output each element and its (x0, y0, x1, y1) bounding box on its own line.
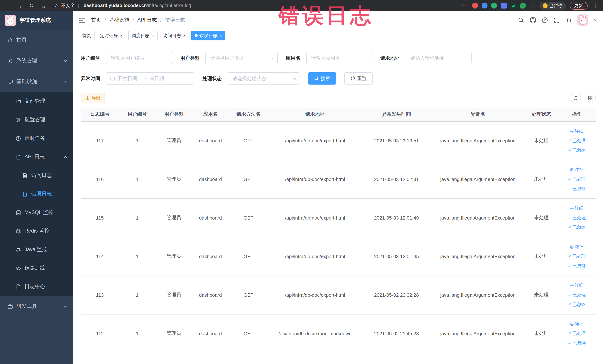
processed-link[interactable]: ✓已处理 (560, 174, 593, 184)
export-button[interactable]: 导出 (81, 93, 105, 103)
sidebar-item-api-log[interactable]: API 日志 (0, 148, 73, 166)
user-avatar[interactable] (577, 14, 588, 26)
user-id-input[interactable] (106, 52, 172, 64)
col-user-id: 用户编号 (119, 107, 156, 121)
extension-icon-leaf[interactable] (520, 3, 526, 9)
detail-link[interactable]: ◎详细 (560, 126, 593, 136)
breadcrumb-item[interactable]: 基础设施 (109, 17, 129, 23)
forward-button[interactable]: → (16, 2, 24, 9)
detail-link[interactable]: ◎详细 (560, 242, 593, 251)
close-icon[interactable]: × (183, 33, 186, 38)
sidebar-item-file-management[interactable]: 文件管理 (0, 92, 73, 110)
reset-button[interactable]: 重置 (344, 72, 372, 84)
cell-exception-name: java.lang.IllegalArgumentException (431, 276, 525, 314)
sidebar-item-system[interactable]: 系统管理 (0, 50, 73, 71)
tab-dispatch-log[interactable]: 调度日志× (128, 31, 158, 40)
help-icon[interactable]: ? (542, 17, 548, 23)
tab-label: 访问日志 (163, 33, 181, 39)
home-button[interactable]: ⌂ (39, 2, 47, 9)
ignored-link[interactable]: ✓已忽略 (560, 223, 593, 232)
update-button[interactable]: 更新 (570, 2, 587, 10)
close-icon[interactable]: × (220, 33, 222, 38)
processed-link[interactable]: ✓已处理 (560, 251, 593, 261)
table-row: 113 1 管理员 dashboard GET /api/infra/db-do… (81, 276, 596, 314)
github-icon[interactable] (530, 17, 536, 23)
font-size-icon[interactable]: T (565, 17, 571, 23)
calendar-icon (110, 76, 115, 81)
ignored-link[interactable]: ✓已忽略 (560, 261, 593, 271)
column-settings-button[interactable] (585, 93, 596, 103)
tab-error-log[interactable]: 错误日志× (191, 31, 225, 40)
processed-link[interactable]: ✓已处理 (560, 213, 593, 223)
page-root: ← → ↻ ⌂ ⚠ 不安全 | dashboard.yudao.iocoder.… (0, 0, 603, 364)
cell-request-url: /api/infra/db-doc/export-html (268, 160, 362, 199)
tab-scheduled-jobs[interactable]: 定时任务× (97, 31, 126, 40)
sidebar-item-config-management[interactable]: 配置管理 (0, 110, 73, 129)
sidebar-item-home[interactable]: 首页 (0, 30, 73, 50)
close-icon[interactable]: × (152, 33, 154, 38)
sidebar-item-java-monitor[interactable]: Java 监控 (0, 240, 73, 259)
bookmark-star-icon[interactable]: ☆ (460, 2, 468, 9)
sidebar-item-log-center[interactable]: 日志中心 (0, 277, 73, 296)
search-button[interactable]: 搜索 (308, 72, 336, 84)
refresh-button[interactable] (570, 93, 581, 103)
extension-icon-green[interactable] (491, 3, 497, 9)
avatar-caret-icon[interactable] (594, 19, 597, 21)
reload-button[interactable]: ↻ (27, 2, 35, 9)
tab-home[interactable]: 首页 (79, 31, 94, 40)
sidebar-item-dev-tools[interactable]: 研发工具 (0, 296, 73, 317)
cell-exception-name: java.lang.IllegalArgumentException (431, 121, 525, 160)
ignored-link[interactable]: ✓已忽略 (560, 184, 593, 194)
sidebar-item-link-tracing[interactable]: 链路追踪 (0, 259, 73, 277)
extension-on-badge[interactable]: on (510, 3, 516, 9)
cell-request-url: /api/infra/db-doc/export-markdown (268, 314, 362, 353)
cell-user-type: 管理员 (156, 314, 192, 353)
cell-actions: ◎详细 ✓已处理 ✓已忽略 (558, 237, 596, 276)
cell-actions: ◎详细 ✓已处理 ✓已忽略 (558, 199, 596, 237)
browser-menu-kebab-icon[interactable]: ⋮ (591, 2, 599, 9)
ignored-link[interactable]: ✓已忽略 (560, 338, 593, 348)
breadcrumb-item[interactable]: 首页 (91, 17, 101, 23)
tab-access-log[interactable]: 访问日志× (160, 31, 189, 40)
cell-exception-time: 2021-05-03 23:13:51 (362, 121, 431, 160)
date-range-picker[interactable]: 开始日期 - 结束日期 (106, 72, 194, 84)
search-icon[interactable] (518, 17, 524, 23)
detail-link[interactable]: ◎详细 (560, 280, 593, 290)
sidebar-item-error-log[interactable]: 错误日志 (0, 185, 73, 203)
processed-link[interactable]: ✓已处理 (560, 136, 593, 145)
sidebar-item-access-log[interactable]: 访问日志 (0, 166, 73, 185)
extensions-puzzle-icon[interactable] (501, 3, 507, 9)
ignored-link[interactable]: ✓已忽略 (560, 145, 593, 155)
processed-link[interactable]: ✓已处理 (560, 290, 593, 300)
table-header-row: 日志编号 用户编号 用户类型 应用名 请求方法名 请求地址 异常发生时间 异常名… (81, 107, 596, 121)
hamburger-icon[interactable] (79, 17, 86, 23)
extension-icon-dark[interactable] (530, 3, 535, 9)
ignored-link[interactable]: ✓已忽略 (560, 300, 593, 309)
app-logo[interactable]: 芋道管理系统 (0, 11, 73, 30)
detail-link[interactable]: ◎详细 (560, 319, 593, 329)
sidebar-item-infra[interactable]: 基础设施 (0, 71, 73, 92)
processed-link[interactable]: ✓已处理 (560, 329, 593, 338)
site-security-indicator[interactable]: ⚠ 不安全 | (55, 2, 80, 9)
detail-link[interactable]: ◎详细 (560, 165, 593, 174)
col-exception-name: 异常名 (431, 107, 525, 121)
detail-link[interactable]: ◎详细 (560, 203, 593, 213)
request-url-input[interactable] (406, 52, 472, 64)
tab-label: 定时任务 (100, 33, 118, 39)
app-name-input[interactable] (306, 52, 372, 64)
paused-badge[interactable]: 已暂停 (539, 2, 566, 10)
fullscreen-icon[interactable] (553, 17, 560, 23)
close-icon[interactable]: × (120, 33, 123, 38)
extension-icon-blue[interactable] (481, 3, 487, 9)
user-type-select[interactable] (205, 52, 278, 64)
sidebar-item-mysql-monitor[interactable]: MySQL 监控 (0, 203, 73, 222)
status-select[interactable] (228, 72, 300, 84)
back-button[interactable]: ← (4, 2, 12, 9)
sidebar-item-redis-monitor[interactable]: Redis 监控 (0, 222, 73, 240)
sidebar-item-scheduled-jobs[interactable]: 定时任务 (0, 129, 73, 148)
document-icon (16, 284, 21, 289)
breadcrumb-item[interactable]: API 日志 (137, 17, 157, 23)
cell-user-id: 1 (119, 237, 156, 276)
extension-icon-red[interactable] (472, 3, 478, 9)
address-bar[interactable]: dashboard.yudao.iocoder.cn/infra/log/api… (84, 3, 191, 8)
